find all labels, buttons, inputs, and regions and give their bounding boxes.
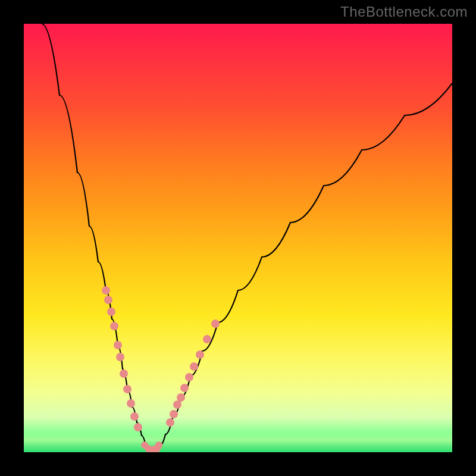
watermark-text: TheBottleneck.com — [340, 4, 468, 20]
data-point — [170, 410, 178, 418]
scatter-left-dots — [102, 286, 142, 431]
data-point — [203, 335, 211, 343]
data-point — [155, 441, 162, 449]
chart-frame: TheBottleneck.com — [0, 0, 476, 476]
data-point — [177, 393, 185, 402]
data-point — [166, 418, 174, 427]
data-point — [102, 286, 110, 295]
data-point — [127, 399, 135, 408]
data-point — [196, 350, 204, 359]
curve-left-branch — [42, 24, 146, 446]
data-point — [130, 412, 139, 421]
data-point — [120, 369, 128, 378]
data-point — [180, 384, 189, 392]
curve-right-branch — [159, 83, 452, 446]
scatter-right-dots — [166, 320, 220, 427]
plot-area — [24, 24, 452, 452]
data-point — [173, 400, 181, 409]
data-point — [110, 322, 118, 330]
data-point — [107, 308, 115, 316]
data-point — [190, 362, 198, 371]
data-point — [116, 353, 124, 361]
data-point — [134, 423, 142, 431]
data-point — [104, 296, 112, 304]
data-point — [123, 385, 131, 393]
data-point — [185, 373, 193, 381]
data-point — [114, 341, 122, 349]
data-point — [211, 320, 220, 328]
chart-svg — [24, 24, 452, 452]
